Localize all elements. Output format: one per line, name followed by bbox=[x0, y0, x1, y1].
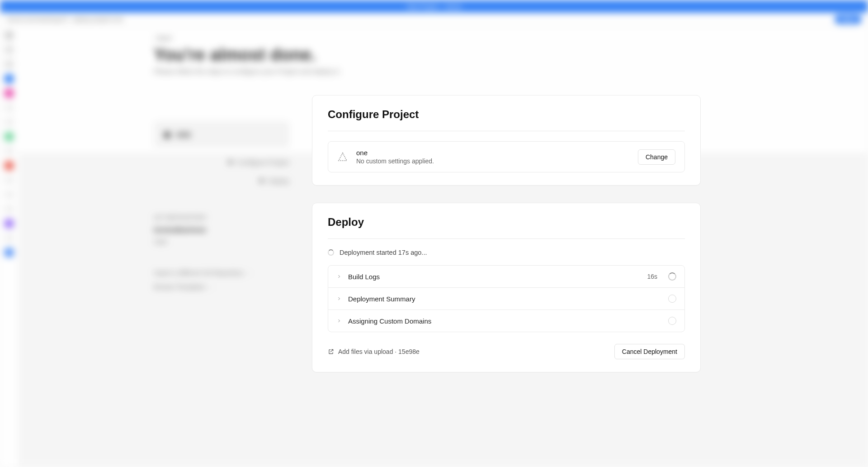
acc-time: 16s bbox=[647, 273, 657, 280]
cancel-deployment-button[interactable]: Cancel Deployment bbox=[614, 344, 685, 359]
window-title: New Project – Vercel bbox=[407, 3, 462, 10]
chevron-right-icon bbox=[336, 296, 342, 301]
back-link: ‹ Back bbox=[154, 34, 732, 42]
github-icon: ◉ bbox=[164, 129, 171, 139]
deploy-card: Deploy Deployment started 17s ago... Bui… bbox=[312, 203, 701, 372]
acc-row-build-logs[interactable]: Build Logs 16s bbox=[328, 266, 684, 287]
page-title: You're almost done. bbox=[154, 45, 732, 65]
spinner-icon bbox=[668, 272, 676, 281]
divider bbox=[328, 238, 685, 239]
page-subtitle: Please follow the steps to configure you… bbox=[154, 67, 732, 75]
configure-project-card: Configure Project one No custom settings… bbox=[312, 95, 701, 186]
acc-row-custom-domains[interactable]: Assigning Custom Domains bbox=[328, 310, 684, 332]
acc-label: Deployment Summary bbox=[348, 295, 662, 303]
side-summary: ◉ one Configure Project Deploy GIT REPOS… bbox=[154, 121, 289, 294]
chevron-right-icon bbox=[336, 318, 342, 324]
deploy-footer: Add files via upload · 15e98e Cancel Dep… bbox=[328, 344, 685, 359]
share-pill: Share bbox=[835, 15, 862, 24]
divider bbox=[328, 131, 685, 131]
url-text: vercel.com/new/import?...deploy-project=… bbox=[6, 16, 123, 23]
change-button[interactable]: Change bbox=[638, 149, 675, 165]
page-header: ‹ Back You're almost done. Please follow… bbox=[18, 26, 868, 75]
acc-label: Build Logs bbox=[348, 273, 641, 281]
deploy-title: Deploy bbox=[328, 216, 685, 229]
main-cards: Configure Project one No custom settings… bbox=[312, 95, 701, 372]
repo-name: one bbox=[176, 130, 191, 139]
window-titlebar: New Project – Vercel bbox=[0, 0, 868, 13]
status-pending-icon bbox=[668, 317, 676, 325]
external-link-icon bbox=[328, 348, 334, 355]
browser-urlbar: vercel.com/new/import?...deploy-project=… bbox=[0, 13, 868, 26]
left-dock bbox=[0, 26, 18, 467]
spinner-icon bbox=[328, 249, 334, 256]
chevron-right-icon bbox=[336, 274, 342, 279]
framework-icon bbox=[337, 152, 348, 162]
configure-title: Configure Project bbox=[328, 108, 685, 121]
deploy-status-text: Deployment started 17s ago... bbox=[340, 249, 427, 256]
deploy-accordion: Build Logs 16s Deployment Summary Assign… bbox=[328, 265, 685, 332]
status-pending-icon bbox=[668, 295, 676, 303]
config-row: one No custom settings applied. Change bbox=[328, 141, 685, 172]
acc-row-deployment-summary[interactable]: Deployment Summary bbox=[328, 287, 684, 310]
project-settings-text: No custom settings applied. bbox=[356, 157, 630, 165]
commit-text: Add files via upload · 15e98e bbox=[338, 348, 420, 355]
deploy-status-row: Deployment started 17s ago... bbox=[328, 249, 685, 256]
commit-link[interactable]: Add files via upload · 15e98e bbox=[328, 348, 420, 355]
project-name: one bbox=[356, 149, 630, 157]
acc-label: Assigning Custom Domains bbox=[348, 317, 662, 325]
